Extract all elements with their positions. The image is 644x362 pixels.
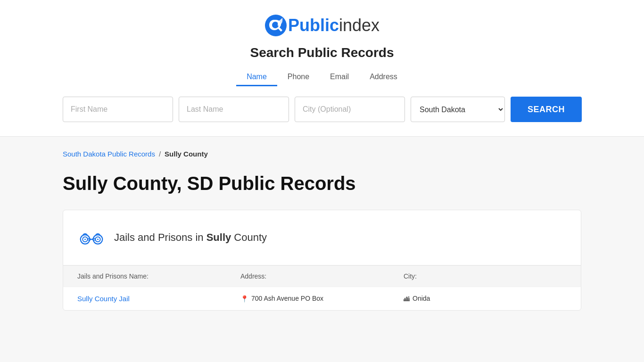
jail-name-cell: Sully County Jail <box>77 295 240 303</box>
card-header-text: Jails and Prisons in Sully County <box>114 231 267 244</box>
pin-icon: 📍 <box>240 295 248 303</box>
table-header: Jails and Prisons Name: Address: City: <box>63 265 581 287</box>
page-title: Sully County, SD Public Records <box>63 172 581 195</box>
header: Publicindex <box>0 0 644 45</box>
tab-name[interactable]: Name <box>236 69 277 86</box>
tab-email[interactable]: Email <box>320 69 359 86</box>
jail-address-cell: 📍 700 Ash Avenue PO Box <box>240 295 404 303</box>
breadcrumb-link[interactable]: South Dakota Public Records <box>63 150 155 158</box>
jail-address-text: 700 Ash Avenue PO Box <box>251 295 323 302</box>
jail-city-cell: 🏙 Onida <box>404 295 567 303</box>
breadcrumb-separator: / <box>159 150 161 158</box>
logo-text: Publicindex <box>288 16 380 35</box>
table-row: Sully County Jail 📍 700 Ash Avenue PO Bo… <box>63 287 581 310</box>
svg-point-8 <box>92 239 95 240</box>
svg-point-9 <box>84 239 86 240</box>
tab-address[interactable]: Address <box>359 69 408 86</box>
svg-point-7 <box>88 239 91 240</box>
search-form: AlabamaAlaskaArizonaArkansasCaliforniaCo… <box>63 97 581 122</box>
breadcrumb: South Dakota Public Records / Sully Coun… <box>63 150 581 158</box>
jail-city-text: Onida <box>413 295 430 302</box>
search-title: Search Public Records <box>250 45 394 60</box>
search-section: Search Public Records Name Phone Email A… <box>0 45 644 137</box>
first-name-input[interactable] <box>63 97 173 122</box>
col-header-name: Jails and Prisons Name: <box>77 272 240 280</box>
last-name-input[interactable] <box>179 97 289 122</box>
jails-section: Jails and Prisons in Sully County Jails … <box>63 210 581 311</box>
search-button[interactable]: SEARCH <box>511 97 582 122</box>
card-header: Jails and Prisons in Sully County <box>63 210 581 265</box>
city-input[interactable] <box>295 97 405 122</box>
city-icon: 🏙 <box>404 296 410 303</box>
jails-table: Jails and Prisons Name: Address: City: S… <box>63 265 581 310</box>
jail-name-link[interactable]: Sully County Jail <box>77 295 130 303</box>
logo-icon <box>264 14 287 37</box>
col-header-address: Address: <box>240 272 404 280</box>
col-header-city: City: <box>404 272 567 280</box>
search-tabs: Name Phone Email Address <box>236 69 408 86</box>
main-content: South Dakota Public Records / Sully Coun… <box>53 137 591 339</box>
svg-point-10 <box>97 239 99 240</box>
logo: Publicindex <box>264 14 380 37</box>
handcuffs-icon <box>77 223 106 252</box>
state-select[interactable]: AlabamaAlaskaArizonaArkansasCaliforniaCo… <box>411 97 505 122</box>
svg-point-1 <box>272 22 279 28</box>
breadcrumb-current: Sully County <box>165 150 208 158</box>
tab-phone[interactable]: Phone <box>277 69 320 86</box>
